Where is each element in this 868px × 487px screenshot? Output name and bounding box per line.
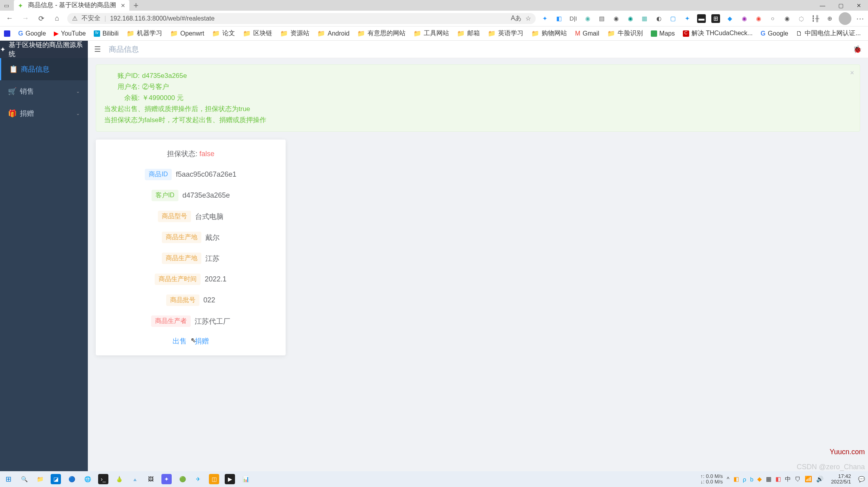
ext-icon[interactable]: ◉ <box>583 14 592 23</box>
ext-icon[interactable]: ○ <box>768 14 777 23</box>
ext-icon[interactable]: ✦ <box>540 14 549 23</box>
bookmark-item[interactable]: 📁区块链 <box>243 29 272 38</box>
search-button[interactable]: 🔍 <box>19 474 29 484</box>
app-icon[interactable]: ◫ <box>209 474 219 484</box>
tray-icon[interactable]: ◧ <box>733 476 739 483</box>
alert-close-button[interactable]: × <box>850 69 854 77</box>
bookmark-item[interactable] <box>4 30 10 37</box>
tray-icon[interactable]: ◆ <box>757 476 762 483</box>
ext-icon[interactable]: ▤ <box>597 14 606 23</box>
bookmark-item[interactable]: 📁Android <box>317 30 349 37</box>
bookmark-item[interactable]: GGoogle <box>18 30 46 37</box>
bookmark-item[interactable]: 🗋中国电信上网认证... <box>796 29 860 38</box>
sidebar-toggle-button[interactable]: ☰ <box>94 45 101 54</box>
ext-icon[interactable]: ▢ <box>669 14 677 23</box>
tray-icon[interactable]: ◧ <box>775 476 781 483</box>
ext-icon[interactable]: ◉ <box>612 14 620 23</box>
app-icon[interactable]: ▶ <box>225 474 235 484</box>
bookmark-item[interactable]: 📁论文 <box>212 29 235 38</box>
sidebar-item-sales[interactable]: 🛒 销售 ⌄ <box>0 80 88 102</box>
app-icon[interactable]: 🟢 <box>177 474 188 484</box>
app-icon[interactable]: 🖼 <box>146 474 156 484</box>
tray-icon[interactable]: b <box>750 476 753 483</box>
bookmark-item[interactable]: 📁机器学习 <box>127 29 162 38</box>
tab-list-icon[interactable]: ▭ <box>4 2 9 9</box>
volume-icon[interactable]: 🔊 <box>816 476 824 483</box>
terminal-icon[interactable]: ›_ <box>98 474 108 484</box>
app-icon[interactable]: ✦ <box>161 474 172 484</box>
bookmark-item[interactable]: Maps <box>651 30 675 37</box>
vscode-icon[interactable]: ⟁ <box>130 474 140 484</box>
reader-icon[interactable]: Aあ <box>511 14 521 23</box>
sidebar-item-product-info[interactable]: 📋 商品信息 <box>0 58 88 80</box>
sidebar-item-donate[interactable]: 🎁 捐赠 ⌄ <box>0 102 88 125</box>
edge-icon[interactable]: 🌐 <box>82 474 93 484</box>
sidebar-item-label: 商品信息 <box>21 64 49 74</box>
ext-icon[interactable]: ◧ <box>555 14 563 23</box>
bookmark-item[interactable]: C解决 THCudaCheck... <box>683 29 753 38</box>
donate-link[interactable]: 捐赠 <box>195 336 209 346</box>
tray-chevron-icon[interactable]: ^ <box>727 476 730 482</box>
chrome-icon[interactable]: 🔵 <box>66 474 77 484</box>
nav-refresh-button[interactable]: ⟳ <box>36 13 47 24</box>
bookmark-item[interactable]: GGoogle <box>760 30 788 37</box>
field-value: 2022.1 <box>205 275 226 283</box>
bookmark-item[interactable]: tvBilibili <box>94 30 119 37</box>
app-icon[interactable]: ✈ <box>193 474 203 484</box>
ext-icon[interactable]: ⊕ <box>825 14 834 23</box>
browser-menu-button[interactable]: ⋯ <box>856 14 864 23</box>
tray-icon[interactable]: ⛉ <box>795 476 801 483</box>
bookmark-item[interactable]: 📁英语学习 <box>488 29 523 38</box>
new-tab-button[interactable]: + <box>133 0 138 11</box>
bookmark-item[interactable]: 📁资源站 <box>280 29 309 38</box>
app-icon[interactable]: 📊 <box>241 474 251 484</box>
browser-tab[interactable]: ✦ 商品信息 - 基于区块链的商品溯 ✕ <box>14 0 129 11</box>
bookmark-item[interactable]: 📁牛脸识别 <box>607 29 643 38</box>
nav-forward-button[interactable]: → <box>20 13 31 24</box>
field-tag: 商品生产地 <box>162 253 201 264</box>
nav-back-button[interactable]: ← <box>4 13 15 24</box>
window-close-button[interactable]: ✕ <box>850 0 868 11</box>
sell-link[interactable]: 出售 <box>172 336 187 346</box>
bookmark-item[interactable]: 📁工具网站 <box>413 29 449 38</box>
field-value: 江苏代工厂 <box>195 317 230 326</box>
wifi-icon[interactable]: 📶 <box>805 476 812 483</box>
ime-icon[interactable]: 中 <box>785 476 791 483</box>
ext-icon[interactable]: ▦ <box>640 14 649 23</box>
ext-icon[interactable]: ◉ <box>754 14 763 23</box>
ext-icon[interactable]: ◐ <box>654 14 663 23</box>
ext-icon[interactable]: ◆ <box>726 14 734 23</box>
ext-icon[interactable]: ▬ <box>697 14 706 23</box>
ext-icon[interactable]: ◉ <box>783 14 791 23</box>
taskbar-clock[interactable]: 17:42 2022/5/1 <box>831 474 851 485</box>
ext-icon[interactable]: ✦ <box>683 14 692 23</box>
tab-close-icon[interactable]: ✕ <box>121 2 125 9</box>
ext-icon[interactable]: ┇╫ <box>811 14 820 23</box>
app-icon[interactable]: ◪ <box>51 474 61 484</box>
ext-icon[interactable]: ◉ <box>740 14 749 23</box>
app-icon[interactable]: 🍐 <box>114 474 124 484</box>
ext-icon[interactable]: ◌ <box>797 14 805 23</box>
ext-icon[interactable]: ⊞ <box>711 14 720 23</box>
tab-title: 商品信息 - 基于区块链的商品溯 <box>28 1 116 9</box>
window-minimize-button[interactable]: — <box>813 0 832 11</box>
notification-icon[interactable]: 💬 <box>858 476 865 482</box>
bookmark-item[interactable]: ▶YouTube <box>54 30 86 37</box>
window-maximize-button[interactable]: ▢ <box>832 0 850 11</box>
favorite-icon[interactable]: ☆ <box>525 15 531 22</box>
tray-icon[interactable]: ρ <box>743 476 747 483</box>
start-button[interactable]: ⊞ <box>3 474 13 484</box>
bookmark-item[interactable]: 📁Openwrt <box>170 30 204 37</box>
tray-icon[interactable]: ▦ <box>766 476 771 483</box>
ext-icon[interactable]: D|I <box>569 14 578 23</box>
url-bar[interactable]: ⚠ 不安全 | 192.168.116.3:8000/web/#/realest… <box>67 13 536 24</box>
bookmark-item[interactable]: 📁有意思的网站 <box>357 29 406 38</box>
ext-icon[interactable]: ◉ <box>626 14 635 23</box>
debug-icon[interactable]: 🐞 <box>853 45 862 54</box>
profile-avatar[interactable] <box>839 12 851 25</box>
explorer-icon[interactable]: 📁 <box>35 474 45 484</box>
bookmark-item[interactable]: MGmail <box>575 30 599 37</box>
nav-home-button[interactable]: ⌂ <box>51 13 63 24</box>
bookmark-item[interactable]: 📁邮箱 <box>457 29 480 38</box>
bookmark-item[interactable]: 📁购物网站 <box>531 29 567 38</box>
